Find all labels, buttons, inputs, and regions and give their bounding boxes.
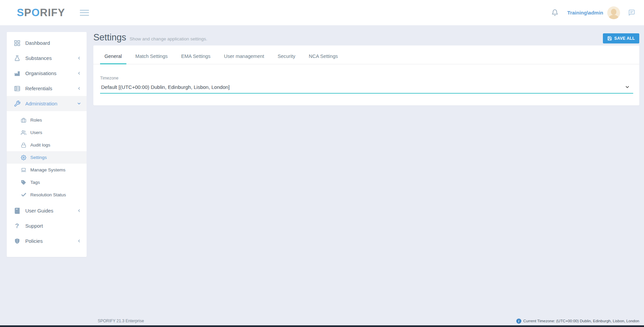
- book-icon: [13, 207, 21, 214]
- logo-letter: RIFY: [40, 7, 65, 19]
- save-all-label: SAVE ALL: [614, 36, 635, 41]
- sidebar-item-label: Tags: [30, 180, 40, 185]
- save-all-button[interactable]: SAVE ALL: [603, 33, 639, 43]
- sidebar-item-label: Users: [30, 130, 42, 135]
- sidebar-item-users[interactable]: Users: [7, 126, 87, 139]
- avatar-head: [611, 9, 616, 15]
- users-icon: [21, 130, 27, 135]
- flask-icon: [13, 55, 21, 62]
- tab-match-settings[interactable]: Match Settings: [131, 52, 172, 64]
- chat-icon[interactable]: [628, 9, 635, 16]
- sidebar-item-label: Dashboard: [25, 40, 50, 46]
- tab-nca-settings[interactable]: NCA Settings: [304, 52, 342, 64]
- wrench-icon: [13, 100, 21, 107]
- sidebar-item-administration[interactable]: Administration: [7, 96, 87, 111]
- sidebar-item-label: Resolution Status: [30, 192, 66, 197]
- sidebar-item-label: Settings: [30, 155, 47, 160]
- tab-user-management[interactable]: User management: [220, 52, 269, 64]
- user-avatar[interactable]: [607, 6, 620, 19]
- chevron-left-icon: [77, 239, 81, 243]
- sidebar-item-audit-logs[interactable]: Audit logs: [7, 139, 87, 151]
- timezone-selected-value: Default [(UTC+00:00) Dublin, Edinburgh, …: [101, 84, 229, 90]
- sidebar-item-resolution-status[interactable]: Resolution Status: [7, 189, 87, 201]
- info-icon: i: [516, 319, 521, 324]
- grid-icon: [13, 40, 21, 46]
- sidebar-item-settings[interactable]: Settings: [7, 151, 87, 164]
- sidebar-bottom-group: User Guides ? Support Policies: [7, 203, 87, 249]
- briefcase-icon: [21, 118, 27, 123]
- sidebar-item-label: Audit logs: [30, 142, 50, 148]
- sidebar-item-referentials[interactable]: Referentials: [7, 81, 87, 96]
- shield-icon: [13, 238, 21, 244]
- chevron-down-icon: [625, 85, 630, 90]
- timezone-field: Timezone Default [(UTC+00:00) Dublin, Ed…: [100, 76, 633, 94]
- timezone-label: Timezone: [100, 76, 633, 80]
- sidebar-item-label: Policies: [25, 238, 43, 244]
- chevron-left-icon: [77, 208, 81, 213]
- tab-ema-settings[interactable]: EMA Settings: [177, 52, 215, 64]
- logo-letter: P: [24, 7, 32, 19]
- bell-icon[interactable]: [551, 9, 558, 16]
- list-icon: [13, 85, 21, 92]
- sidebar-nav: Dashboard Substances Organisations Refer…: [7, 32, 87, 257]
- gear-icon: [21, 155, 27, 160]
- sidebar-item-label: Substances: [25, 55, 52, 61]
- avatar-shoulders: [609, 15, 618, 19]
- laptop-icon: [21, 167, 27, 173]
- sidebar-item-label: Administration: [25, 101, 57, 106]
- logo-letter: O: [31, 7, 40, 19]
- check-icon: [21, 192, 27, 198]
- tab-general[interactable]: General: [100, 52, 126, 64]
- top-bar: SPORIFY Training\admin: [0, 0, 644, 25]
- bottom-edge-strip: [0, 325, 644, 327]
- page-subtitle: Show and change application settings.: [130, 36, 207, 41]
- sidebar-item-manage-systems[interactable]: Manage Systems: [7, 164, 87, 176]
- sidebar-item-label: Organisations: [25, 70, 57, 76]
- sidebar-item-policies[interactable]: Policies: [7, 233, 87, 249]
- timezone-select[interactable]: Default [(UTC+00:00) Dublin, Edinburgh, …: [100, 83, 633, 94]
- page-header: Settings Show and change application set…: [93, 32, 207, 43]
- sidebar-item-label: User Guides: [25, 208, 53, 214]
- logo-letter: S: [17, 7, 24, 19]
- sidebar-item-support[interactable]: ? Support: [7, 218, 87, 233]
- sidebar-item-user-guides[interactable]: User Guides: [7, 203, 87, 218]
- sidebar-item-label: Manage Systems: [30, 167, 65, 172]
- hamburger-icon[interactable]: [80, 10, 89, 16]
- chevron-down-icon: [77, 101, 81, 106]
- footer: SPORIFY 21.3 Enterprise i Current Timezo…: [0, 317, 644, 325]
- save-icon: [607, 36, 612, 41]
- administration-submenu: Roles Users Audit logs Settings Manage S…: [7, 114, 87, 201]
- question-icon: ?: [13, 223, 21, 229]
- sidebar-item-substances[interactable]: Substances: [7, 51, 87, 66]
- current-timezone-text: Current Timezone: (UTC+00:00) Dublin, Ed…: [523, 319, 639, 323]
- current-timezone-status: i Current Timezone: (UTC+00:00) Dublin, …: [516, 319, 639, 324]
- tag-icon: [21, 180, 27, 185]
- topbar-right: Training\admin: [551, 6, 635, 19]
- sidebar-item-dashboard[interactable]: Dashboard: [7, 35, 87, 51]
- logged-in-user[interactable]: Training\admin: [567, 10, 603, 15]
- sidebar-item-organisations[interactable]: Organisations: [7, 66, 87, 81]
- page-title: Settings: [93, 32, 126, 43]
- sidebar-item-label: Roles: [30, 118, 42, 123]
- lock-icon: [21, 142, 27, 148]
- chevron-left-icon: [77, 56, 81, 60]
- tab-security[interactable]: Security: [273, 52, 300, 64]
- chevron-left-icon: [77, 86, 81, 91]
- sidebar-item-label: Referentials: [25, 86, 52, 91]
- settings-tabs: General Match Settings EMA Settings User…: [93, 45, 639, 64]
- factory-icon: [13, 70, 21, 77]
- sidebar-item-label: Support: [25, 223, 43, 229]
- app-version: SPORIFY 21.3 Enterprise: [98, 319, 144, 323]
- sporify-logo[interactable]: SPORIFY: [17, 7, 65, 19]
- chevron-left-icon: [77, 71, 81, 75]
- sidebar-item-tags[interactable]: Tags: [7, 176, 87, 189]
- settings-card: General Match Settings EMA Settings User…: [93, 45, 639, 105]
- sidebar-item-roles[interactable]: Roles: [7, 114, 87, 126]
